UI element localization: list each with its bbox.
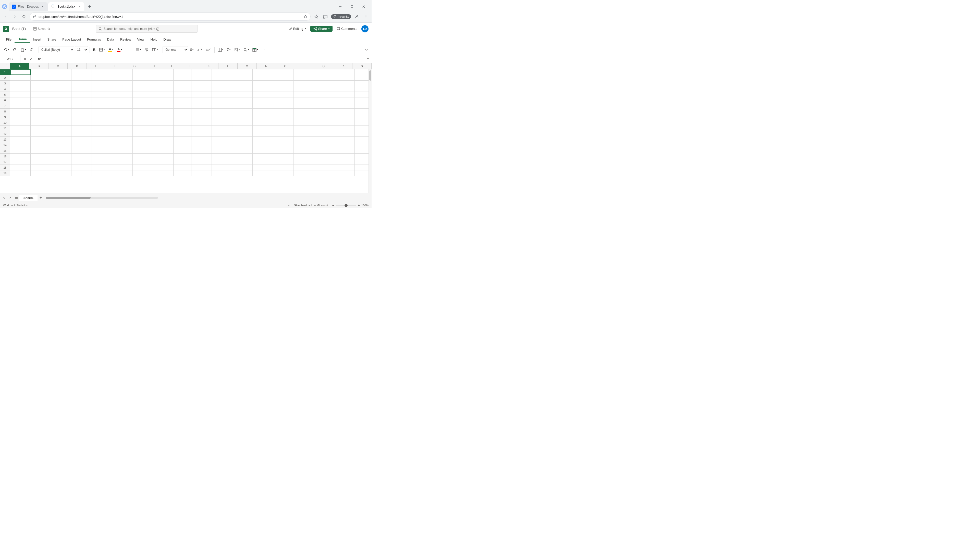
row-header-5[interactable]: 5 xyxy=(0,92,10,97)
cell-J15[interactable] xyxy=(191,148,212,154)
cell-E12[interactable] xyxy=(92,131,112,137)
tab-group-indicator[interactable] xyxy=(2,4,7,9)
cell-K18[interactable] xyxy=(212,165,232,170)
cell-Q13[interactable] xyxy=(334,137,355,142)
cell-L4[interactable] xyxy=(232,86,253,92)
cell-J4[interactable] xyxy=(191,86,212,92)
cell-D7[interactable] xyxy=(72,103,92,109)
cell-J11[interactable] xyxy=(191,125,212,131)
cell-B16[interactable] xyxy=(30,154,51,159)
cell-N15[interactable] xyxy=(273,148,293,154)
insert-table-button[interactable]: ▾ xyxy=(216,46,225,54)
cell-R9[interactable] xyxy=(355,114,369,120)
cell-E4[interactable] xyxy=(92,86,112,92)
cell-G6[interactable] xyxy=(133,97,153,103)
excel-tab-close[interactable]: ✕ xyxy=(77,5,81,9)
cell-H2[interactable] xyxy=(153,75,173,81)
cell-E9[interactable] xyxy=(92,114,112,120)
cell-F12[interactable] xyxy=(112,131,133,137)
col-header-O[interactable]: O xyxy=(276,63,295,69)
cell-M3[interactable] xyxy=(253,81,273,86)
formula-input[interactable] xyxy=(43,56,364,63)
cell-O12[interactable] xyxy=(293,131,314,137)
cell-E11[interactable] xyxy=(92,125,112,131)
cell-O14[interactable] xyxy=(293,142,314,148)
row-header-12[interactable]: 12 xyxy=(0,131,10,137)
cell-G1[interactable] xyxy=(133,69,153,75)
row-header-16[interactable]: 16 xyxy=(0,154,10,159)
menu-item-share[interactable]: Share xyxy=(45,37,59,42)
cell-C16[interactable] xyxy=(51,154,72,159)
cell-K6[interactable] xyxy=(212,97,232,103)
cell-G7[interactable] xyxy=(133,103,153,109)
cell-B9[interactable] xyxy=(30,114,51,120)
cell-A17[interactable] xyxy=(10,159,30,165)
cell-A5[interactable] xyxy=(10,92,30,97)
col-header-K[interactable]: K xyxy=(199,63,218,69)
cell-R15[interactable] xyxy=(355,148,369,154)
cell-M12[interactable] xyxy=(253,131,273,137)
cell-M16[interactable] xyxy=(253,154,273,159)
cell-F14[interactable] xyxy=(112,142,133,148)
cell-D6[interactable] xyxy=(72,97,92,103)
cell-C4[interactable] xyxy=(51,86,72,92)
cell-P7[interactable] xyxy=(314,103,334,109)
cell-R17[interactable] xyxy=(355,159,369,165)
row-header-13[interactable]: 13 xyxy=(0,137,10,142)
alignment-button[interactable]: ▾ xyxy=(134,46,142,54)
cell-D13[interactable] xyxy=(72,137,92,142)
cell-F15[interactable] xyxy=(112,148,133,154)
cell-I9[interactable] xyxy=(173,114,191,120)
cell-P17[interactable] xyxy=(314,159,334,165)
cell-J18[interactable] xyxy=(191,165,212,170)
cell-G3[interactable] xyxy=(133,81,153,86)
cell-R8[interactable] xyxy=(355,109,369,114)
cell-H1[interactable] xyxy=(153,69,173,75)
cell-Q10[interactable] xyxy=(334,120,355,125)
cell-K13[interactable] xyxy=(212,137,232,142)
cell-A6[interactable] xyxy=(10,97,30,103)
cell-J7[interactable] xyxy=(191,103,212,109)
cell-I12[interactable] xyxy=(173,131,191,137)
cell-R7[interactable] xyxy=(355,103,369,109)
cell-I17[interactable] xyxy=(173,159,191,165)
cell-D10[interactable] xyxy=(72,120,92,125)
cell-H15[interactable] xyxy=(153,148,173,154)
col-header-J[interactable]: J xyxy=(180,63,199,69)
cell-H12[interactable] xyxy=(153,131,173,137)
cancel-formula-button[interactable]: ✕ xyxy=(22,57,27,62)
row-header-19[interactable]: 19 xyxy=(0,170,10,176)
font-selector[interactable]: Calibri (Body) xyxy=(38,46,74,53)
cell-E15[interactable] xyxy=(92,148,112,154)
cell-E16[interactable] xyxy=(92,154,112,159)
cell-I4[interactable] xyxy=(173,86,191,92)
cell-J10[interactable] xyxy=(191,120,212,125)
cell-F2[interactable] xyxy=(112,75,133,81)
cell-A7[interactable] xyxy=(10,103,30,109)
cell-E3[interactable] xyxy=(92,81,112,86)
cell-O1[interactable] xyxy=(293,69,314,75)
cell-D5[interactable] xyxy=(72,92,92,97)
cell-O17[interactable] xyxy=(293,159,314,165)
cell-P10[interactable] xyxy=(314,120,334,125)
cell-L9[interactable] xyxy=(232,114,253,120)
row-header-3[interactable]: 3 xyxy=(0,81,10,86)
row-header-6[interactable]: 6 xyxy=(0,97,10,103)
cell-Q12[interactable] xyxy=(334,131,355,137)
cell-A1[interactable] xyxy=(10,69,30,75)
cell-N2[interactable] xyxy=(273,75,293,81)
cell-I5[interactable] xyxy=(173,92,191,97)
cell-reference[interactable]: A1 ▾ xyxy=(0,56,21,63)
cell-B6[interactable] xyxy=(30,97,51,103)
cell-P9[interactable] xyxy=(314,114,334,120)
cell-B4[interactable] xyxy=(30,86,51,92)
cell-D8[interactable] xyxy=(72,109,92,114)
menu-item-draw[interactable]: Draw xyxy=(160,37,174,42)
cell-H10[interactable] xyxy=(153,120,173,125)
cell-K12[interactable] xyxy=(212,131,232,137)
menu-item-help[interactable]: Help xyxy=(148,37,161,42)
cell-M9[interactable] xyxy=(253,114,273,120)
cell-L2[interactable] xyxy=(232,75,253,81)
cell-G4[interactable] xyxy=(133,86,153,92)
more-format-button[interactable]: ··· xyxy=(124,46,130,54)
